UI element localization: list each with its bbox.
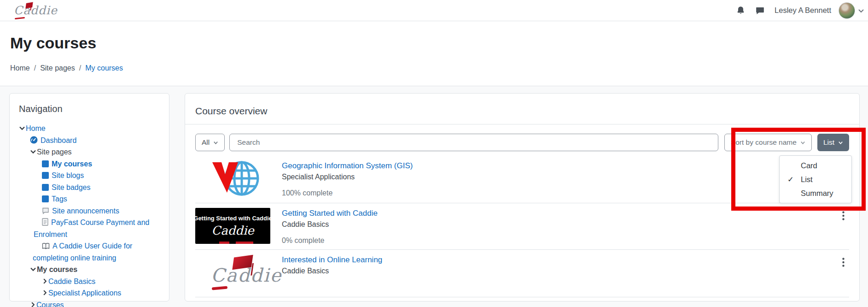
nav-item-my-courses[interactable]: My courses <box>19 158 160 170</box>
chevron-down-icon <box>30 266 36 272</box>
course-progress: 0% complete <box>282 236 378 245</box>
nav-item-caddie-basics[interactable]: Caddie Basics <box>19 276 160 288</box>
navigation-block: Navigation Home Dashboard Site pages My … <box>9 93 169 301</box>
nav-item-payfast[interactable]: PayFast Course Payment and Enrolment <box>19 217 160 240</box>
chevron-right-icon <box>42 278 48 284</box>
course-title-link[interactable]: Getting Started with Caddie <box>282 209 378 218</box>
nav-item-my-courses-category[interactable]: My courses <box>19 264 160 276</box>
nav-item-dashboard[interactable]: Dashboard <box>19 135 160 147</box>
square-icon <box>42 160 49 167</box>
nav-item-home[interactable]: Home <box>19 123 160 135</box>
course-overview-card: Course overview All Sort by course name … <box>185 93 860 301</box>
caddie-script-logo: Caddie <box>209 254 274 292</box>
course-image-online-learning[interactable]: Caddie <box>195 254 282 292</box>
course-category: Caddie Basics <box>282 267 382 275</box>
message-icon <box>755 6 765 15</box>
getting-started-logo: Getting Started with Caddie Caddie <box>195 208 270 244</box>
course-row-getting-started: Getting Started with Caddie Caddie Getti… <box>195 203 849 250</box>
course-category: Specialist Applications <box>282 173 413 181</box>
sort-dropdown[interactable]: Sort by course name <box>724 134 812 151</box>
breadcrumb-my-courses[interactable]: My courses <box>85 64 123 72</box>
logo-red-accent <box>236 242 253 244</box>
user-name[interactable]: Lesley A Bennett <box>775 6 831 15</box>
divider <box>185 124 859 124</box>
breadcrumb-separator: / <box>79 64 81 72</box>
logo-underline <box>212 286 227 290</box>
course-filter-row: All Sort by course name List <box>195 134 849 151</box>
course-image-gis[interactable] <box>195 160 282 198</box>
course-overview-title: Course overview <box>195 106 849 117</box>
nav-item-site-badges[interactable]: Site badges <box>19 182 160 194</box>
chevron-down-icon <box>19 125 25 131</box>
user-menu-caret-icon[interactable] <box>858 2 864 19</box>
messages-button[interactable] <box>751 2 768 19</box>
course-image-getting-started[interactable]: Getting Started with Caddie Caddie <box>195 208 282 244</box>
nav-item-tags[interactable]: Tags <box>19 193 160 205</box>
breadcrumb-home[interactable]: Home <box>10 64 30 72</box>
course-category: Caddie Basics <box>282 220 378 229</box>
square-icon <box>42 184 49 191</box>
chevron-down-icon <box>838 140 843 145</box>
square-icon <box>42 195 49 202</box>
nav-item-specialist-applications[interactable]: Specialist Applications <box>19 287 160 299</box>
breadcrumb: Home / Site pages / My courses <box>10 64 868 72</box>
dashboard-icon <box>30 136 38 144</box>
page-header: My courses Home / Site pages / My course… <box>0 21 868 86</box>
document-icon <box>42 218 48 226</box>
book-icon <box>42 242 50 249</box>
chevron-down-icon <box>800 140 805 145</box>
course-progress: 100% complete <box>282 189 413 197</box>
chevron-down-icon <box>30 148 36 155</box>
course-filter-dropdown[interactable]: All <box>195 134 225 151</box>
view-mode-menu: Card ✓List Summary <box>779 155 852 203</box>
breadcrumb-separator: / <box>34 64 36 72</box>
globe-logo-icon <box>209 160 269 196</box>
search-input[interactable] <box>229 134 718 151</box>
course-row-gis: Geographic Information System (GIS) Spec… <box>195 156 849 203</box>
course-title-link[interactable]: Interested in Online Learning <box>282 255 382 265</box>
page-title: My courses <box>10 34 868 52</box>
course-list: Geographic Information System (GIS) Spec… <box>195 156 849 297</box>
square-icon <box>42 172 49 179</box>
nav-item-site-pages[interactable]: Site pages <box>19 146 160 158</box>
nav-item-site-announcements[interactable]: Site announcements <box>19 205 160 217</box>
course-title-link[interactable]: Geographic Information System (GIS) <box>282 161 413 171</box>
course-progress <box>282 283 382 291</box>
logo-underline <box>15 17 25 19</box>
nav-item-courses[interactable]: Courses <box>19 299 160 307</box>
breadcrumb-site-pages[interactable]: Site pages <box>40 64 75 72</box>
nav-item-user-guide[interactable]: A Caddie User Guide for completing onlin… <box>19 240 160 264</box>
top-navbar: Caddie Lesley A Bennett <box>0 0 868 21</box>
notifications-button[interactable] <box>732 2 749 19</box>
bell-icon <box>736 6 746 16</box>
logo-red-accent <box>219 242 229 244</box>
course-actions-kebab-icon[interactable] <box>837 209 849 223</box>
speech-bubble-icon <box>42 207 49 214</box>
user-avatar[interactable] <box>839 2 855 19</box>
chevron-down-icon <box>213 140 218 145</box>
chevron-right-icon <box>42 289 48 296</box>
chevron-right-icon <box>30 301 36 307</box>
check-icon: ✓ <box>787 172 794 186</box>
navigation-block-title: Navigation <box>19 104 160 114</box>
course-row-online-learning: Caddie Interested in Online Learning Cad… <box>195 250 849 297</box>
course-actions-kebab-icon[interactable] <box>837 255 849 269</box>
view-menu-item-list[interactable]: ✓List <box>780 172 851 186</box>
view-menu-item-summary[interactable]: Summary <box>780 186 851 200</box>
caddie-logo[interactable]: Caddie <box>14 4 58 17</box>
nav-item-site-blogs[interactable]: Site blogs <box>19 170 160 182</box>
brand-text: Caddie <box>14 4 58 17</box>
content-area: Navigation Home Dashboard Site pages My … <box>0 86 868 307</box>
view-mode-dropdown[interactable]: List <box>817 134 849 151</box>
view-menu-item-card[interactable]: Card <box>780 159 851 172</box>
